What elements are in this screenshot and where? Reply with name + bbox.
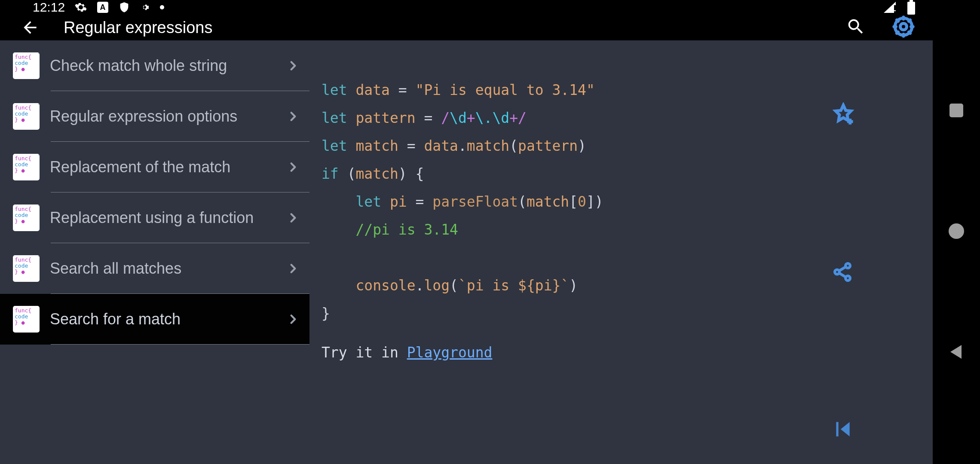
gear-icon [74, 1, 87, 14]
code-snippet-icon [13, 103, 40, 130]
list-item-label: Regular expression options [50, 107, 274, 126]
list-item-label: Replacement using a function [50, 208, 274, 228]
list-item[interactable]: Replacement of the match [0, 142, 309, 192]
chevron-right-icon [285, 58, 302, 73]
share-button[interactable] [832, 205, 917, 339]
code-snippet-icon [13, 306, 40, 333]
list-item[interactable]: Replacement using a function [0, 192, 309, 243]
app-bar: Regular expressions [0, 15, 933, 40]
playground-link[interactable]: Playground [407, 344, 493, 361]
code-snippet-icon [13, 255, 40, 282]
code-snippet-icon [13, 154, 40, 180]
svg-point-17 [845, 276, 850, 281]
list-item-label: Search all matches [50, 259, 274, 278]
list-item-label: Search for a match [50, 309, 274, 329]
search-button[interactable] [846, 17, 866, 38]
svg-line-18 [839, 267, 846, 271]
list-item[interactable]: Search for a match [0, 294, 309, 345]
list-item[interactable]: Search all matches [0, 243, 309, 294]
list-item-label: Check match whole string [50, 56, 274, 76]
status-time: 12:12 [33, 0, 65, 15]
lock-icon [37, 103, 40, 107]
code-snippet-icon [13, 205, 40, 231]
settings-gear-button[interactable] [891, 15, 916, 40]
back-button[interactable] [948, 343, 965, 362]
svg-point-5 [160, 5, 164, 9]
svg-rect-8 [894, 11, 896, 13]
topic-list: Check match whole stringRegular expressi… [0, 40, 309, 464]
svg-rect-9 [910, 0, 913, 2]
chevron-right-icon [285, 210, 302, 226]
try-it-line: Try it in Playground [322, 339, 881, 366]
code-pane: let data = "Pi is equal to 3.14" let pat… [309, 40, 933, 464]
chevron-right-icon [285, 311, 302, 327]
list-item[interactable]: Check match whole string [0, 40, 309, 91]
chevron-right-icon [285, 109, 302, 124]
home-button[interactable] [947, 222, 966, 242]
overview-button[interactable] [948, 102, 965, 121]
lock-icon [37, 205, 40, 208]
dot-icon [159, 5, 165, 10]
skip-back-button[interactable] [832, 363, 917, 464]
svg-marker-2 [950, 345, 962, 359]
svg-rect-7 [894, 5, 896, 10]
star-add-button[interactable] [832, 46, 917, 181]
svg-line-19 [839, 273, 846, 278]
shield-icon [118, 1, 130, 14]
battery-icon [907, 0, 916, 15]
list-item[interactable]: Regular expression options [0, 91, 309, 142]
lock-icon [37, 52, 40, 56]
status-bar: 12:12 A [0, 0, 933, 15]
svg-text:A: A [100, 3, 106, 12]
list-item-label: Replacement of the match [50, 157, 274, 177]
letter-a-icon: A [97, 1, 109, 13]
svg-point-16 [845, 263, 850, 268]
svg-marker-6 [884, 2, 896, 13]
svg-rect-10 [907, 2, 915, 15]
svg-point-1 [949, 223, 964, 239]
code-snippet-icon [13, 52, 40, 79]
svg-rect-0 [949, 104, 963, 117]
back-arrow-button[interactable] [17, 18, 43, 37]
chevron-right-icon [285, 159, 302, 175]
signal-alert-icon [883, 1, 897, 14]
svg-point-15 [835, 270, 839, 275]
small-gear-icon [140, 2, 150, 12]
svg-point-12 [895, 18, 912, 35]
page-title: Regular expressions [43, 18, 846, 37]
svg-point-11 [900, 24, 907, 30]
chevron-right-icon [285, 261, 302, 276]
lock-icon [37, 255, 40, 259]
lock-icon [37, 154, 40, 158]
